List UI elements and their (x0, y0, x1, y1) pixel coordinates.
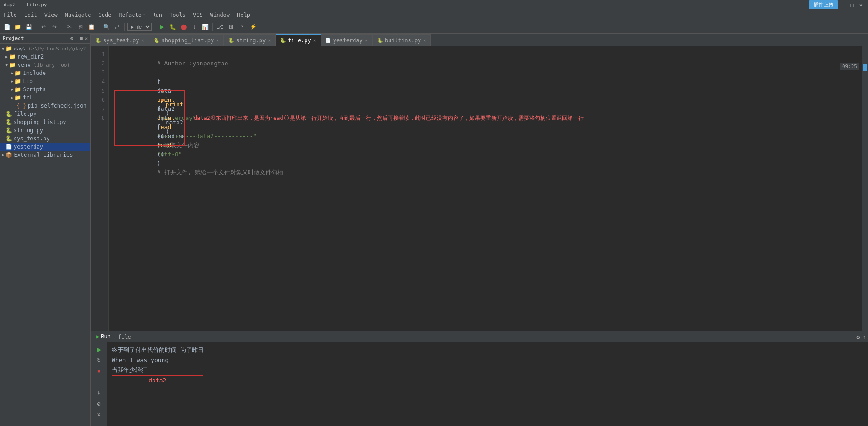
tree-item-file-py[interactable]: 🐍 file.py (0, 110, 90, 118)
run-scroll-btn[interactable]: ⇓ (93, 388, 105, 398)
tab-close-builtins[interactable]: ✕ (423, 38, 426, 43)
window-minimize[interactable]: ─ (840, 2, 847, 8)
tab-string[interactable]: 🐍 string.py ✕ (224, 34, 276, 46)
output-line-3: 当我年少轻狂 (112, 365, 863, 375)
scroll-indicator[interactable] (863, 64, 867, 71)
tree-item-yesterday[interactable]: 📄 yesterday (0, 143, 90, 151)
toolbar-help[interactable]: ? (237, 22, 247, 32)
toolbar-stop[interactable]: ⬤ (178, 22, 188, 32)
toolbar-paste[interactable]: 📋 (86, 22, 96, 32)
window-maximize[interactable]: □ (849, 2, 856, 8)
bottom-sidebar: ▶ ↻ ■ ≡ ⇓ ⊘ ✕ (91, 342, 107, 426)
run-filter-btn[interactable]: ⊘ (93, 399, 105, 409)
menu-help[interactable]: Help (233, 11, 254, 19)
tab-sys-test[interactable]: 🐍 sys_test.py ✕ (91, 34, 149, 46)
tab-close-yesterday[interactable]: ✕ (365, 38, 368, 43)
menu-refactor[interactable]: Refactor (115, 11, 148, 19)
toolbar-sep-2 (62, 23, 62, 31)
bottom-restore-icon[interactable]: ⇑ (863, 334, 866, 340)
window-close[interactable]: ✕ (858, 2, 864, 8)
menu-view[interactable]: View (41, 11, 61, 19)
toolbar-debug[interactable]: 🐛 (168, 22, 178, 32)
toolbar-profile[interactable]: 📊 (200, 22, 210, 32)
tab-yesterday[interactable]: 📄 yesterday ✕ (321, 34, 373, 46)
tab-close-sys[interactable]: ✕ (141, 38, 144, 43)
code-content[interactable]: # Author :yanpengtao f = open ( "yesterd… (109, 46, 862, 331)
tab-icon-builtins: 🐍 (377, 38, 383, 43)
menu-code[interactable]: Code (95, 11, 115, 19)
menu-tools[interactable]: Tools (166, 11, 189, 19)
icon-shopping-py: 🐍 (5, 119, 12, 125)
code-line-6: data2 = f . read () (114, 95, 856, 104)
icon-string-py: 🐍 (5, 127, 12, 134)
menu-bar: File Edit View Navigate Code Refactor Ru… (0, 10, 868, 20)
sidebar-icon-collapse[interactable]: – (75, 35, 78, 41)
label-lib: Lib (23, 78, 33, 84)
label-yesterday: yesterday (14, 144, 43, 150)
menu-vcs[interactable]: VCS (189, 11, 207, 19)
toolbar-sep-4 (124, 23, 125, 31)
toolbar-redo[interactable]: ↪ (49, 22, 59, 32)
toolbar-open[interactable]: 📁 (13, 22, 23, 32)
c-parens-2: () (157, 151, 164, 158)
menu-navigate[interactable]: Navigate (61, 11, 95, 19)
run-close2-btn[interactable]: ✕ (93, 410, 105, 420)
toolbar-cut[interactable]: ✂ (64, 22, 74, 32)
tree-item-sys-py[interactable]: 🐍 sys_test.py (0, 134, 90, 143)
run-stop-btn[interactable]: ■ (93, 366, 105, 376)
sidebar-icon-more[interactable]: ≡ (80, 35, 83, 41)
tree-item-new-dir2[interactable]: ▶ 📁 new_dir2 (0, 53, 90, 61)
code-line-4: data = f . read () # 读取文件内容 (114, 77, 856, 86)
title-bar-left: day2 – file.py (4, 2, 47, 8)
run-more-btn[interactable]: ≡ (93, 377, 105, 387)
tree-item-pip-json[interactable]: { } pip-selfcheck.json (0, 102, 90, 110)
label-pip-json: pip-selfcheck.json (28, 103, 87, 109)
bottom-gear-icon[interactable]: ⚙ (856, 333, 860, 341)
toolbar-run[interactable]: ▶ (157, 22, 167, 32)
tree-item-include[interactable]: ▶ 📁 Include (0, 69, 90, 77)
right-gutter: 09:25 (862, 46, 868, 331)
toolbar-replace[interactable]: ⇄ (112, 22, 122, 32)
menu-window[interactable]: Window (207, 11, 233, 19)
bottom-tab-run[interactable]: ▶ Run (93, 332, 114, 342)
toolbar-save[interactable]: 💾 (24, 22, 34, 32)
tab-builtins[interactable]: 🐍 builtins.py ✕ (373, 34, 431, 46)
toolbar-undo[interactable]: ↩ (39, 22, 49, 32)
tree-item-day2[interactable]: ▼ 📁 day2 G:\PythonStudy\day2 (0, 45, 90, 53)
arrow-include: ▶ (11, 71, 13, 75)
arrow-scripts: ▶ (11, 87, 13, 92)
c-cmt-3: # 打开文件, 赋给一个文件对象又叫做文件句柄 (157, 169, 283, 176)
run-rerun-btn[interactable]: ↻ (93, 355, 105, 365)
run-play-btn[interactable]: ▶ (93, 344, 105, 354)
toolbar-step[interactable]: ↓ (189, 22, 199, 32)
sidebar-icon-settings[interactable]: ⚙ (70, 35, 74, 41)
tree-item-scripts[interactable]: ▶ 📁 Scripts (0, 85, 90, 94)
title-bar: day2 – file.py 插件上传 ─ □ ✕ (0, 0, 868, 10)
toolbar-vcs[interactable]: ⎇ (215, 22, 225, 32)
tab-close-file[interactable]: ✕ (313, 38, 316, 43)
code-highlight-box: print ( data2 ) (114, 90, 185, 146)
tree-item-ext-libs[interactable]: ▶ 📦 External Libraries (0, 151, 90, 159)
tab-shopping[interactable]: 🐍 shopping_list.py ✕ (149, 34, 224, 46)
tree-item-string-py[interactable]: 🐍 string.py (0, 126, 90, 134)
upload-button[interactable]: 插件上传 (809, 0, 838, 9)
sidebar-icon-close[interactable]: ✕ (84, 35, 88, 41)
menu-file[interactable]: File (0, 11, 20, 19)
menu-edit[interactable]: Edit (20, 11, 41, 19)
toolbar-file-dropdown[interactable]: ▸ file (127, 23, 152, 31)
toolbar-more[interactable]: ⚡ (248, 22, 258, 32)
tree-item-venv[interactable]: ▼ 📁 venv library root (0, 61, 90, 69)
tree-item-shopping-py[interactable]: 🐍 shopping_list.py (0, 118, 90, 126)
tab-close-string[interactable]: ✕ (268, 38, 271, 43)
toolbar-search[interactable]: 🔍 (101, 22, 111, 32)
tab-file[interactable]: 🐍 file.py ✕ (276, 34, 321, 46)
tab-close-shopping[interactable]: ✕ (216, 38, 219, 43)
tree-item-lib[interactable]: ▶ 📁 Lib (0, 77, 90, 85)
arrow-day2: ▼ (2, 46, 4, 51)
tree-item-tcl[interactable]: ▶ 📁 tcl (0, 94, 90, 102)
toolbar-terminal[interactable]: ⊞ (226, 22, 236, 32)
menu-run[interactable]: Run (148, 11, 166, 19)
toolbar-new[interactable]: 📄 (2, 22, 12, 32)
title-separator: – (20, 2, 23, 8)
toolbar-copy[interactable]: ⎘ (75, 22, 85, 32)
